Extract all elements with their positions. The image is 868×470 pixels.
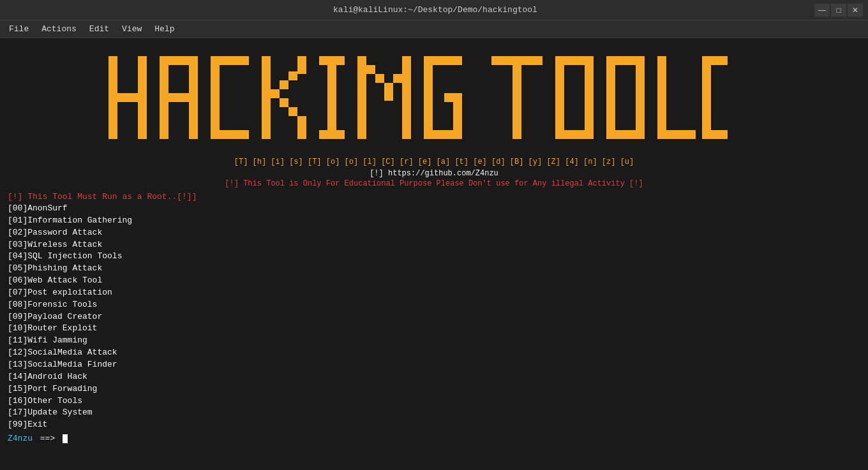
svg-rect-44 bbox=[702, 56, 711, 139]
close-button[interactable]: ✕ bbox=[848, 4, 863, 17]
prompt-username: Z4nzu bbox=[8, 434, 33, 443]
svg-rect-10 bbox=[262, 56, 271, 139]
warning-line: [!] This Tool is Only For Educational Pu… bbox=[8, 179, 860, 188]
list-item: [17]Update System bbox=[8, 407, 860, 419]
svg-rect-11 bbox=[271, 89, 280, 98]
list-item: [01]Information Gathering bbox=[8, 215, 860, 227]
svg-rect-2 bbox=[138, 56, 147, 139]
ascii-banner: .px { fill: #f5a623; } bbox=[8, 50, 860, 155]
list-item: [10]Router Exploit bbox=[8, 323, 860, 335]
svg-rect-42 bbox=[657, 56, 666, 139]
svg-rect-45 bbox=[702, 130, 728, 139]
list-item: [07]Post exploitation bbox=[8, 287, 860, 299]
list-item: [08]Forensic Tools bbox=[8, 299, 860, 311]
menu-view[interactable]: View bbox=[116, 22, 148, 36]
terminal-prompt[interactable]: Z4nzu ==> bbox=[8, 434, 860, 443]
svg-rect-33 bbox=[513, 56, 521, 139]
svg-rect-23 bbox=[375, 74, 384, 83]
menu-help[interactable]: Help bbox=[148, 22, 181, 36]
svg-rect-17 bbox=[297, 116, 306, 139]
svg-rect-46 bbox=[702, 56, 728, 65]
svg-rect-21 bbox=[357, 56, 366, 139]
list-item: [13]SocialMedia Finder bbox=[8, 359, 860, 371]
svg-rect-29 bbox=[424, 56, 433, 139]
svg-rect-6 bbox=[160, 93, 198, 102]
window-controls[interactable]: — □ ✕ bbox=[814, 4, 863, 17]
menu-actions[interactable]: Actions bbox=[35, 22, 83, 36]
list-item: [06]Web Attack Tool bbox=[8, 275, 860, 287]
svg-rect-37 bbox=[585, 56, 594, 139]
list-item: [12]SocialMedia Attack bbox=[8, 347, 860, 359]
svg-rect-13 bbox=[288, 71, 297, 80]
list-item: [99]Exit bbox=[8, 419, 860, 431]
minimize-button[interactable]: — bbox=[814, 4, 830, 17]
terminal[interactable]: .px { fill: #f5a623; } bbox=[0, 38, 868, 470]
svg-rect-5 bbox=[160, 56, 198, 65]
subtitle-line: [T] [h] [i] [s] [T] [o] [o] [l] [C] [r] … bbox=[8, 158, 860, 166]
svg-rect-40 bbox=[606, 56, 615, 139]
list-item: [03]Wireless Attack bbox=[8, 239, 860, 251]
list-item: [09]Payload Creator bbox=[8, 311, 860, 323]
svg-rect-41 bbox=[636, 56, 645, 139]
menubar: File Actions Edit View Help bbox=[0, 20, 868, 38]
svg-rect-15 bbox=[280, 98, 288, 107]
titlebar: kali@kaliLinux:~/Desktop/Demo/hackingtoo… bbox=[0, 0, 868, 20]
github-line: [!] https://github.com/Z4nzu bbox=[8, 169, 860, 178]
root-warning: [!] This Tool Must Run as a Root..[!]] bbox=[8, 192, 860, 202]
menu-file[interactable]: File bbox=[3, 22, 35, 36]
list-item: [14]Android Hack bbox=[8, 371, 860, 383]
svg-rect-14 bbox=[297, 56, 306, 74]
prompt-arrow: ==> bbox=[35, 434, 60, 443]
list-item: [04]SQL Injection Tools bbox=[8, 251, 860, 263]
list-item: [11]Wifi Jamming bbox=[8, 335, 860, 347]
svg-rect-24 bbox=[384, 83, 393, 101]
svg-rect-16 bbox=[288, 107, 297, 116]
svg-rect-31 bbox=[444, 93, 462, 102]
list-item: [15]Port Forwading bbox=[8, 383, 860, 395]
svg-rect-43 bbox=[657, 130, 696, 139]
svg-rect-36 bbox=[555, 56, 564, 139]
menu-edit[interactable]: Edit bbox=[83, 22, 116, 36]
svg-rect-22 bbox=[366, 65, 375, 74]
svg-rect-26 bbox=[402, 56, 411, 139]
svg-rect-12 bbox=[280, 80, 288, 89]
menu-list: [00]AnonSurf [01]Information Gathering [… bbox=[8, 203, 860, 431]
window-title: kali@kaliLinux:~/Desktop/Demo/hackingtoo… bbox=[56, 5, 814, 15]
list-item: [00]AnonSurf bbox=[8, 203, 860, 215]
list-item: [05]Phishing Attack bbox=[8, 263, 860, 275]
cursor-blink bbox=[63, 434, 68, 443]
maximize-button[interactable]: □ bbox=[831, 4, 846, 17]
list-item: [16]Other Tools bbox=[8, 395, 860, 408]
svg-rect-25 bbox=[393, 74, 402, 83]
svg-rect-20 bbox=[327, 56, 336, 139]
list-item: [02]Password Attack bbox=[8, 227, 860, 239]
svg-rect-9 bbox=[211, 56, 220, 139]
